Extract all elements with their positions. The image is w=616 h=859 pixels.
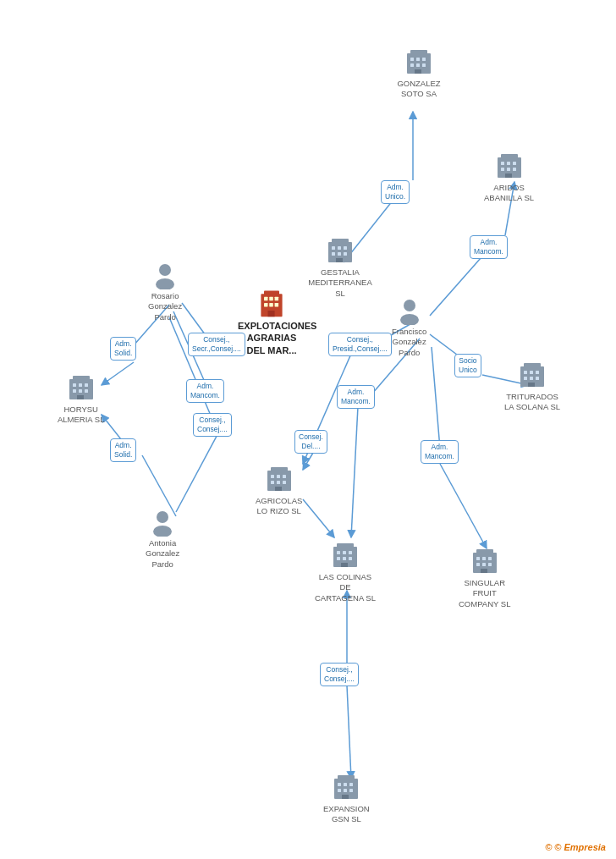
company-icon [517,360,547,390]
svg-rect-97 [343,551,346,554]
role-consej-presid[interactable]: Consej.,Presid.,Consej.... [328,333,392,356]
svg-rect-28 [416,58,420,61]
svg-rect-75 [271,467,288,472]
role-consej-del[interactable]: Consej.Del.... [294,430,327,454]
svg-rect-102 [341,563,348,567]
node-explotaciones[interactable]: EXPLOTACIONESAGRARIASDEL MAR... [238,288,305,356]
network-diagram: GONZALEZ SOTO SA ARIDOSABANILLA SL [0,0,616,859]
svg-rect-110 [488,563,492,566]
svg-rect-31 [416,63,420,67]
svg-line-7 [432,347,440,449]
role-consej-consej-2[interactable]: Consej.,Consej.... [320,663,359,686]
role-adm-unico[interactable]: Adm.Unico. [381,180,410,204]
svg-rect-111 [481,569,487,573]
svg-rect-54 [264,297,268,301]
svg-rect-114 [338,783,341,786]
node-aridos-abanilla[interactable]: ARIDOSABANILLA SL [484,151,534,204]
person-icon [395,296,424,325]
role-adm-mancom-4[interactable]: Adm.Mancom. [421,440,459,464]
svg-rect-56 [275,297,279,301]
role-adm-solid-2[interactable]: Adm.Solid. [110,438,136,462]
svg-rect-116 [349,783,353,786]
svg-rect-80 [277,481,280,484]
svg-rect-99 [337,557,340,560]
svg-rect-73 [77,395,84,399]
node-las-colinas[interactable]: LAS COLINASDECARTAGENA SL [315,540,376,603]
svg-rect-82 [275,487,282,491]
svg-rect-60 [268,311,275,317]
svg-rect-59 [275,303,279,307]
svg-rect-115 [344,783,347,786]
svg-rect-77 [277,475,280,478]
svg-rect-96 [337,551,340,554]
node-francisco[interactable]: FranciscoGonzalezPardo [392,296,426,358]
role-adm-mancom-3[interactable]: Adm.Mancom. [337,385,375,409]
company-main-icon [256,288,287,318]
svg-rect-86 [530,371,533,374]
svg-rect-42 [505,173,512,178]
svg-rect-107 [488,557,492,560]
company-icon [331,772,361,802]
watermark: © © Empresia [545,842,606,852]
svg-line-12 [102,362,134,385]
svg-rect-41 [513,168,516,171]
svg-rect-109 [482,563,486,566]
svg-rect-120 [342,795,349,799]
svg-line-15 [176,430,220,512]
node-gestalia[interactable]: GESTALIAMEDITERRANEA SL [306,235,374,299]
node-horysu[interactable]: HORYSUALMERIA SL [58,372,104,426]
node-rosario[interactable]: RosarioGonzalezPardo [148,261,182,322]
node-gonzalez-soto[interactable]: GONZALEZ SOTO SA [385,47,453,100]
svg-line-17 [303,453,313,470]
company-icon [325,235,355,266]
svg-rect-119 [349,789,353,792]
svg-rect-55 [269,297,273,301]
watermark-brand: © Empresia [554,842,606,852]
svg-rect-35 [501,154,518,159]
node-singular-fruit[interactable]: SINGULARFRUITCOMPANY SL [459,546,510,609]
svg-rect-78 [283,475,286,478]
svg-rect-89 [530,377,533,380]
svg-rect-32 [422,63,426,67]
svg-rect-113 [338,775,355,780]
svg-rect-88 [524,377,527,380]
company-icon [470,546,500,576]
svg-point-64 [400,314,419,325]
svg-rect-46 [338,246,341,250]
svg-rect-84 [524,363,541,368]
company-icon [330,540,360,570]
svg-rect-69 [85,383,88,387]
node-agricolas[interactable]: AGRICOLASLO RIZO SL [256,464,302,517]
svg-rect-40 [507,168,510,171]
role-adm-mancom-1[interactable]: Adm.Mancom. [470,235,508,259]
svg-rect-100 [343,557,346,560]
svg-rect-50 [344,252,347,256]
svg-rect-37 [507,162,510,165]
svg-point-62 [156,278,174,289]
role-consej-secr[interactable]: Consej.,Secr.,Consej.... [188,333,245,356]
svg-rect-104 [476,549,493,554]
role-socio-unico[interactable]: SocioUnico [454,354,481,377]
role-adm-solid-1[interactable]: Adm.Solid. [110,337,136,361]
node-antonia[interactable]: AntoniaGonzalezPardo [146,508,179,570]
svg-rect-39 [501,168,504,171]
svg-rect-44 [332,239,349,244]
svg-rect-106 [482,557,486,560]
svg-rect-90 [536,377,539,380]
node-triturados[interactable]: TRITURADOSLA SOLANA SL [504,360,560,413]
svg-rect-30 [410,63,414,67]
svg-rect-27 [410,58,414,61]
svg-rect-45 [332,246,335,250]
role-consej-consej-1[interactable]: Consej.,Consej.... [193,413,232,437]
svg-rect-49 [338,252,341,256]
svg-line-3 [430,251,487,316]
company-icon [494,151,525,181]
svg-rect-91 [528,383,535,387]
svg-rect-71 [79,389,82,393]
svg-point-61 [159,264,171,276]
svg-rect-70 [73,389,76,393]
role-adm-mancom-2[interactable]: Adm.Mancom. [186,379,224,403]
person-icon [151,261,179,289]
node-expansion-gsn[interactable]: EXPANSIONGSN SL [323,772,370,825]
svg-rect-108 [476,563,480,566]
